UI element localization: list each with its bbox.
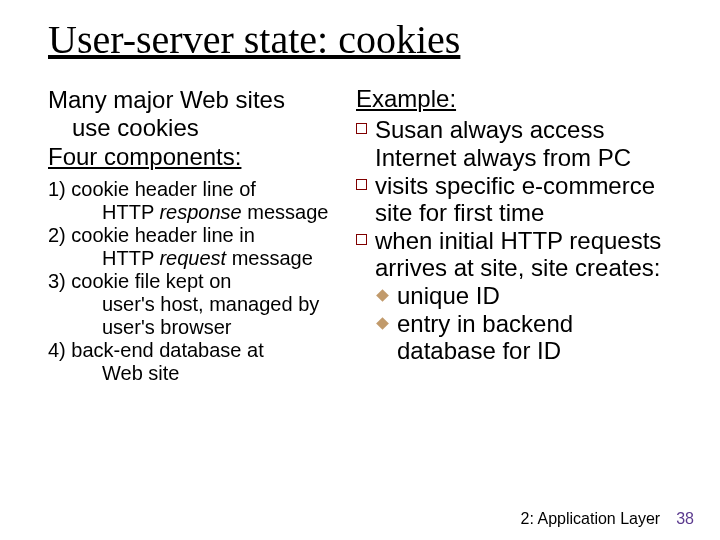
bullet-text: Susan always access Internet always from… [375,116,678,171]
item-cont: Web site [48,362,350,385]
left-column: Many major Web sites use cookies Four co… [48,86,350,385]
chapter-label: 2: Application Layer [521,510,661,528]
item-text: cookie header line of [71,178,256,200]
item-text-em: response [159,201,241,223]
intro-line-2: use cookies [48,114,350,142]
item-text: message [242,201,329,223]
item-text-em: request [159,247,226,269]
item-cont: user's browser [48,316,350,339]
item-number: 4) [48,339,66,361]
numbered-list: 1) cookie header line of HTTP response m… [48,178,350,385]
bullet-text: when initial HTTP requests arrives at si… [375,227,678,282]
columns: Many major Web sites use cookies Four co… [48,86,684,385]
bullet-text: visits specific e-commerce site for firs… [375,172,678,227]
item-text: back-end database at [71,339,263,361]
square-bullet-icon [356,179,367,190]
square-bullet-icon [356,123,367,134]
sub-bullet-text: unique ID [397,282,678,310]
item-number: 2) [48,224,66,246]
list-item: 4) back-end database at [48,339,350,362]
item-number: 1) [48,178,66,200]
slide-title: User-server state: cookies [48,18,684,62]
intro-line-1: Many major Web sites [48,86,350,114]
item-cont: HTTP request message [48,247,350,270]
list-item: 3) cookie file kept on [48,270,350,293]
item-cont: user's host, managed by [48,293,350,316]
item-text: HTTP [102,201,159,223]
diamond-bullet-icon [376,289,389,302]
footer: 2: Application Layer 38 [521,510,694,528]
list-item: 2) cookie header line in [48,224,350,247]
sub-bullet-item: entry in backend database for ID [356,310,678,365]
sub-bullet-text: entry in backend database for ID [397,310,678,365]
left-subhead: Four components: [48,143,350,172]
intro-text: Many major Web sites use cookies [48,86,350,141]
right-subhead: Example: [356,86,678,112]
square-bullet-icon [356,234,367,245]
bullet-item: visits specific e-commerce site for firs… [356,172,678,227]
item-text: message [226,247,313,269]
item-cont: HTTP response message [48,201,350,224]
item-number: 3) [48,270,66,292]
bullet-item: when initial HTTP requests arrives at si… [356,227,678,282]
bullet-list: Susan always access Internet always from… [356,116,678,364]
bullet-item: Susan always access Internet always from… [356,116,678,171]
item-text: cookie header line in [71,224,254,246]
diamond-bullet-icon [376,317,389,330]
item-text: cookie file kept on [71,270,231,292]
list-item: 1) cookie header line of [48,178,350,201]
sub-bullet-item: unique ID [356,282,678,310]
page-number: 38 [676,510,694,528]
item-text: HTTP [102,247,159,269]
right-column: Example: Susan always access Internet al… [356,86,678,385]
